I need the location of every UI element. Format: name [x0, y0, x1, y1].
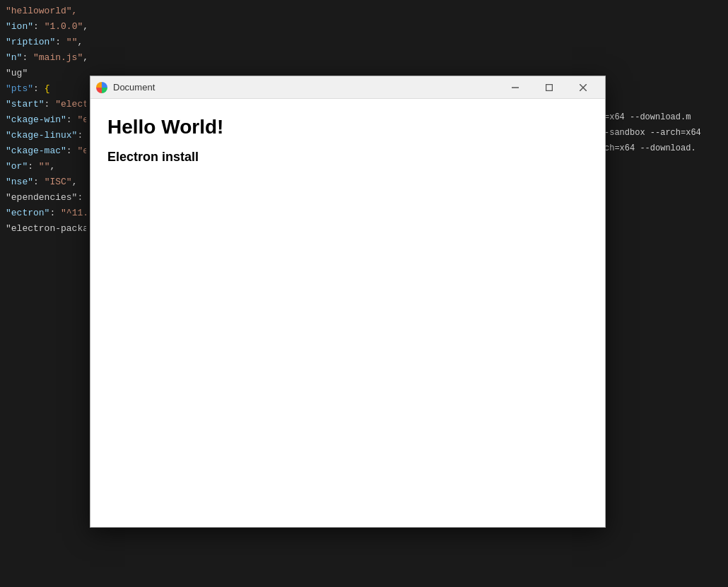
code-line-9: "ckage-linux": [6, 128, 86, 143]
terminal-right: =x64 --download.m -sandbox --arch=x64 ch… [604, 109, 728, 156]
terminal-right-line-3: ch=x64 --download. [604, 141, 728, 156]
window-subtext: Electron install [107, 150, 588, 165]
code-line-1: "helloworld", [6, 4, 86, 19]
code-line-2: "ion": "1.0.0", [6, 19, 86, 35]
code-line-6: "pts": { [6, 81, 86, 97]
code-line-7: "start": "electro [6, 97, 86, 112]
window-titlebar: Document [90, 76, 605, 99]
electron-window: Document Hello World! Elect [90, 76, 606, 528]
close-icon [580, 84, 587, 91]
svg-rect-1 [546, 84, 553, 90]
code-line-5: "ug" [6, 66, 86, 81]
code-line-13: "ependencies": [6, 190, 86, 206]
code-line-10: "ckage-mac": "e [6, 143, 86, 159]
window-title: Document [113, 82, 155, 93]
code-line-4: "n": "main.js", [6, 50, 86, 66]
code-line-12: "nse": "ISC", [6, 174, 86, 190]
terminal-right-line-2: -sandbox --arch=x64 [604, 125, 728, 141]
code-line-14: "ectron": "^11. [6, 206, 86, 221]
window-heading: Hello World! [107, 116, 588, 138]
electron-app-icon [96, 82, 107, 93]
code-line-15: "electron-package [6, 221, 86, 237]
window-controls [499, 76, 599, 99]
maximize-icon [546, 84, 553, 91]
maximize-button[interactable] [533, 76, 565, 99]
code-editor-left: "helloworld", "ion": "1.0.0", "ription":… [0, 0, 92, 290]
window-title-left: Document [96, 82, 155, 93]
minimize-button[interactable] [499, 76, 532, 99]
code-line-11: "or": "", [6, 159, 86, 174]
minimize-icon [512, 84, 519, 91]
code-line-8: "ckage-win": "e [6, 112, 86, 128]
close-button[interactable] [567, 76, 599, 99]
code-line-3: "ription": "", [6, 35, 86, 50]
window-content: Hello World! Electron install [90, 99, 605, 527]
terminal-right-line-1: =x64 --download.m [604, 109, 728, 125]
